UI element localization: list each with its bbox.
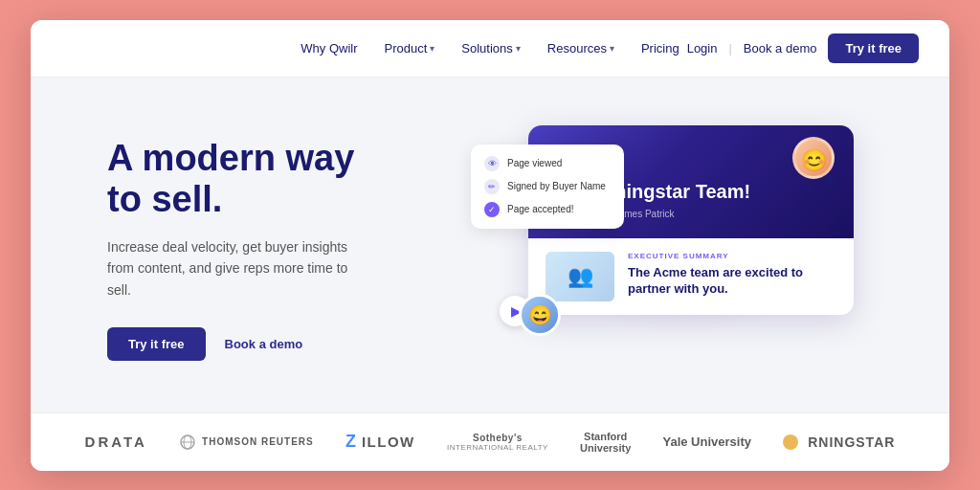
checklist-text-viewed: Page viewed (507, 158, 562, 168)
avatar-buyer-icon: 😄 (528, 303, 552, 326)
hero-title-line1: A modern way (107, 138, 354, 178)
sun-icon (783, 434, 798, 450)
stanford-logo-text: Stanford (580, 431, 631, 442)
nav-pricing-label: Pricing (641, 41, 679, 56)
browser-window: Why Qwilr Product ▾ Solutions ▾ Resource… (31, 20, 949, 471)
zillow-logo-text: illow (362, 434, 415, 450)
chevron-down-icon: ▾ (610, 43, 614, 54)
proposal-card-body: 👥 EXECUTIVE SUMMARY The Acme team are ex… (528, 238, 854, 315)
nav-why-qwilr[interactable]: Why Qwilr (301, 41, 357, 56)
nav-resources[interactable]: Resources ▾ (547, 41, 614, 56)
morningstar-logo-text: RNINGSTAR (808, 434, 895, 450)
globe-icon (179, 434, 196, 451)
thomson-reuters-logo-text: THOMSON REUTERS (202, 436, 314, 447)
cursor-icon: ▲ (822, 168, 839, 189)
nav-why-qwilr-label: Why Qwilr (301, 41, 357, 56)
exec-summary-text: The Acme team are excited to partner wit… (628, 264, 836, 298)
logo-yale: Yale University (662, 434, 751, 449)
drata-logo-text: DRATA (85, 434, 147, 450)
nav-product-label: Product (385, 41, 428, 56)
sothebys-sub: INTERNATIONAL REALTY (447, 443, 548, 452)
nav-resources-label: Resources (547, 41, 607, 56)
try-free-nav-button[interactable]: Try it free (828, 33, 919, 63)
hero-text: A modern way to sell. Increase deal velo… (107, 138, 471, 362)
nav-links: Why Qwilr Product ▾ Solutions ▾ Resource… (301, 41, 679, 56)
checklist-item-signed: ✏ Signed by Buyer Name (484, 179, 611, 194)
logo-sothebys: Sotheby's INTERNATIONAL REALTY (447, 433, 548, 452)
nav-pricing[interactable]: Pricing (641, 41, 679, 56)
chevron-down-icon: ▾ (516, 43, 521, 54)
try-free-hero-button[interactable]: Try it free (107, 327, 206, 361)
pen-icon: ✏ (484, 179, 500, 194)
nav-actions: Login | Book a demo Try it free (687, 33, 919, 63)
proposal-body-text: EXECUTIVE SUMMARY The Acme team are exci… (628, 252, 836, 298)
book-demo-hero-button[interactable]: Book a demo (225, 337, 303, 351)
chevron-down-icon: ▾ (430, 43, 434, 54)
sothebys-logo-text: Sotheby's (447, 433, 548, 443)
zillow-z-icon: Z (345, 432, 356, 452)
nav-divider: | (728, 41, 731, 56)
hero-title-line2: to sell. (107, 179, 222, 219)
logo-thomson-reuters: THOMSON REUTERS (179, 434, 314, 451)
yale-logo-text: Yale University (662, 434, 751, 449)
nav-solutions-label: Solutions (461, 41, 512, 56)
checklist-item-accepted: ✓ Page accepted! (484, 202, 611, 217)
hero-visual: ▲ 👁 Page viewed ✏ Signed by Buyer Name ✓… (471, 116, 892, 384)
book-demo-link[interactable]: Book a demo (744, 41, 817, 56)
logo-zillow: Z illow (345, 432, 415, 452)
proposal-thumbnail: 👥 (546, 252, 614, 301)
logo-drata: DRATA (85, 434, 147, 450)
checklist-card: 👁 Page viewed ✏ Signed by Buyer Name ✓ P… (471, 145, 624, 229)
navbar: Why Qwilr Product ▾ Solutions ▾ Resource… (31, 20, 949, 78)
nav-product[interactable]: Product ▾ (385, 41, 435, 56)
login-link[interactable]: Login (687, 41, 718, 56)
stanford-sub: University (580, 442, 631, 454)
checklist-text-accepted: Page accepted! (507, 204, 574, 214)
exec-summary-label: EXECUTIVE SUMMARY (628, 252, 836, 260)
hero-section: A modern way to sell. Increase deal velo… (31, 78, 949, 412)
hero-title: A modern way to sell. (107, 138, 471, 221)
avatar-buyer: 😄 (519, 294, 561, 336)
eye-icon: 👁 (484, 156, 500, 171)
checkmark-icon: ✓ (484, 202, 500, 217)
nav-solutions[interactable]: Solutions ▾ (461, 41, 520, 56)
checklist-item-viewed: 👁 Page viewed (484, 156, 611, 171)
logos-strip: DRATA THOMSON REUTERS Z illow Sotheby's … (31, 412, 949, 471)
logo-morningstar: RNINGSTAR (783, 434, 895, 450)
checklist-text-signed: Signed by Buyer Name (507, 181, 606, 191)
logo-stanford: Stanford University (580, 431, 631, 454)
meeting-icon: 👥 (568, 264, 593, 289)
hero-cta-buttons: Try it free Book a demo (107, 327, 471, 361)
hero-subtitle: Increase deal velocity, get buyer insigh… (107, 236, 375, 301)
